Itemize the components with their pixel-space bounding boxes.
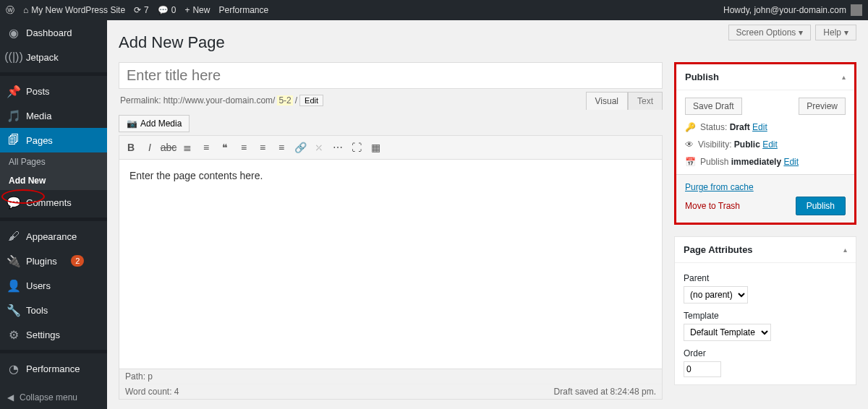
new-link[interactable]: +New	[184, 5, 210, 15]
howdy-text: Howdy, john@your-domain.com	[723, 5, 846, 15]
editor-body[interactable]: Enter the page contents here.	[119, 160, 663, 369]
plug-icon: 🔌	[7, 254, 20, 267]
collapse-icon: ◀	[7, 392, 14, 402]
draft-saved: Draft saved at 8:24:48 pm.	[554, 387, 656, 397]
unlink-button[interactable]: ⤫	[310, 139, 328, 156]
menu-dashboard[interactable]: ◉Dashboard	[0, 20, 107, 45]
strike-button[interactable]: abc	[160, 139, 177, 156]
menu-plugins[interactable]: 🔌Plugins 2	[0, 249, 107, 273]
status-line: 🔑 Status: Draft Edit	[685, 122, 846, 132]
menu-comments[interactable]: 💬Comments	[0, 190, 107, 215]
chevron-down-icon: ▾	[844, 27, 848, 38]
menu-posts[interactable]: 📌Posts	[0, 79, 107, 103]
sliders-icon: ⚙	[7, 328, 20, 341]
menu-settings[interactable]: ⚙Settings	[0, 322, 107, 347]
avatar[interactable]	[851, 4, 862, 16]
toggle-icon[interactable]: ▴	[842, 73, 846, 81]
howdy-link[interactable]: Howdy, john@your-domain.com	[723, 5, 846, 15]
edit-schedule-link[interactable]: Edit	[783, 157, 799, 167]
gauge-icon: ◔	[7, 362, 20, 375]
align-center-button[interactable]: ≡	[254, 139, 271, 156]
site-name-link[interactable]: ⌂My New WordPress Site	[23, 5, 125, 15]
pages-submenu: All Pages Add New	[0, 152, 107, 190]
calendar-icon: 📅	[685, 157, 696, 167]
save-draft-button[interactable]: Save Draft	[685, 98, 742, 115]
submenu-all-pages[interactable]: All Pages	[0, 152, 107, 171]
visibility-line: 👁 Visibility: Public Edit	[685, 139, 846, 150]
updates-count: 7	[144, 5, 149, 15]
permalink-slug: 5-2	[277, 95, 292, 106]
page-attributes-metabox: Page Attributes ▴ Parent (no parent) Tem…	[674, 236, 856, 385]
new-label: New	[192, 5, 210, 15]
purge-cache-link[interactable]: Purge from cache	[685, 182, 846, 192]
post-title-input[interactable]	[119, 62, 663, 89]
menu-pages[interactable]: 🗐Pages	[0, 128, 107, 152]
menu-jetpack[interactable]: ((|))Jetpack	[0, 45, 107, 69]
main-content: Screen Options▾ Help▾ Add New Page Perma…	[107, 20, 868, 409]
parent-select[interactable]: (no parent)	[684, 286, 748, 303]
permalink-trail: /	[295, 95, 297, 106]
editor-path: Path: p	[125, 371, 153, 382]
page-attr-title: Page Attributes	[684, 244, 753, 255]
help-button[interactable]: Help▾	[815, 25, 856, 40]
media-icon: 📷	[127, 119, 137, 129]
brush-icon: 🖌	[7, 230, 20, 243]
template-select[interactable]: Default Template	[684, 324, 771, 341]
menu-appearance[interactable]: 🖌Appearance	[0, 224, 107, 249]
wp-logo[interactable]: ⓦ	[6, 4, 14, 17]
preview-button[interactable]: Preview	[799, 98, 846, 115]
bold-button[interactable]: B	[122, 139, 140, 156]
order-input[interactable]	[684, 361, 721, 377]
template-label: Template	[684, 311, 847, 321]
jetpack-icon: ((|))	[7, 51, 20, 64]
italic-button[interactable]: I	[141, 139, 158, 156]
comments-count: 0	[171, 5, 176, 15]
home-icon: ⌂	[23, 5, 28, 15]
permalink-label: Permalink:	[120, 95, 161, 106]
menu-tools[interactable]: 🔧Tools	[0, 298, 107, 322]
refresh-icon: ⟳	[134, 5, 141, 15]
wordpress-icon: ⓦ	[6, 4, 14, 17]
edit-visibility-link[interactable]: Edit	[762, 139, 778, 150]
collapse-menu[interactable]: ◀Collapse menu	[0, 387, 107, 408]
plugins-badge: 2	[71, 255, 84, 267]
add-media-button[interactable]: 📷Add Media	[119, 115, 190, 132]
more-button[interactable]: ⋯	[329, 139, 346, 156]
user-icon: 👤	[7, 279, 20, 292]
permalink-base: http://www.your-domain.com/	[163, 95, 276, 106]
tab-visual[interactable]: Visual	[586, 92, 628, 110]
menu-users[interactable]: 👤Users	[0, 273, 107, 298]
tab-text[interactable]: Text	[628, 92, 663, 110]
editor-toolbar: B I abc ≣ ≡ ❝ ≡ ≡ ≡ 🔗 ⤫ ⋯ ⛶ ▦	[119, 135, 663, 160]
fullscreen-button[interactable]: ⛶	[348, 139, 365, 156]
link-button[interactable]: 🔗	[292, 139, 309, 156]
updates-link[interactable]: ⟳7	[134, 5, 149, 15]
chevron-down-icon: ▾	[799, 27, 803, 38]
number-list-button[interactable]: ≡	[197, 139, 215, 156]
menu-performance[interactable]: ◔Performance	[0, 356, 107, 381]
comment-icon: 💬	[158, 5, 169, 15]
menu-media[interactable]: 🎵Media	[0, 103, 107, 128]
comments-link[interactable]: 💬0	[158, 5, 176, 15]
pages-icon: 🗐	[7, 134, 20, 147]
bullet-list-button[interactable]: ≣	[179, 139, 196, 156]
blockquote-button[interactable]: ❝	[216, 139, 234, 156]
dashboard-icon: ◉	[7, 26, 20, 39]
align-right-button[interactable]: ≡	[273, 139, 290, 156]
permalink-edit-button[interactable]: Edit	[299, 95, 323, 106]
toolbar-toggle-button[interactable]: ▦	[367, 139, 384, 156]
toggle-icon[interactable]: ▴	[843, 246, 847, 254]
menu-separator	[0, 72, 107, 76]
screen-options-button[interactable]: Screen Options▾	[728, 25, 812, 40]
word-count: Word count: 4	[125, 387, 179, 397]
publish-title: Publish	[685, 72, 719, 82]
wrench-icon: 🔧	[7, 303, 20, 317]
edit-status-link[interactable]: Edit	[752, 122, 767, 132]
submenu-add-new[interactable]: Add New	[0, 171, 107, 190]
site-name: My New WordPress Site	[31, 5, 125, 15]
align-left-button[interactable]: ≡	[235, 139, 252, 156]
move-to-trash-link[interactable]: Move to Trash	[685, 201, 740, 211]
schedule-line: 📅 Publish immediately Edit	[685, 157, 846, 167]
performance-link[interactable]: Performance	[218, 5, 268, 15]
publish-button[interactable]: Publish	[796, 197, 846, 215]
